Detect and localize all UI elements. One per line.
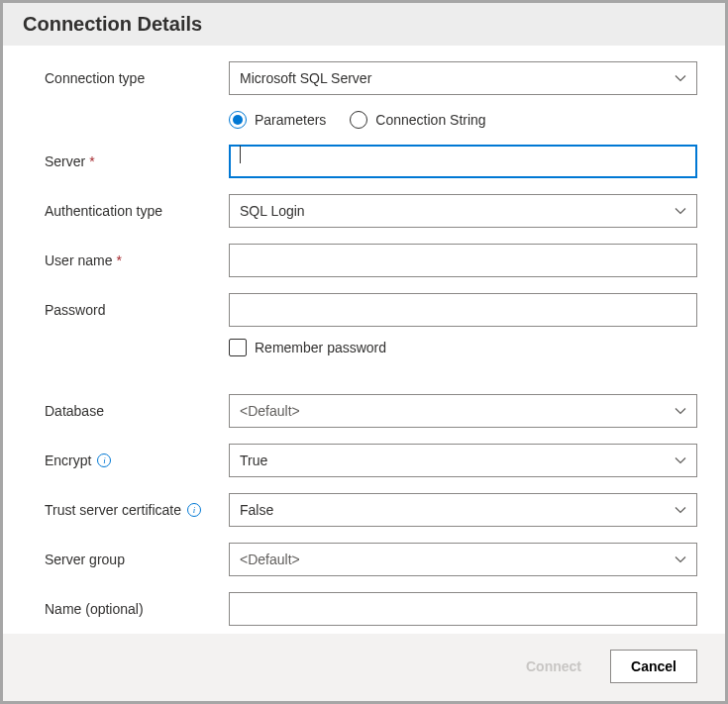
server-input[interactable] xyxy=(229,145,697,178)
password-input[interactable] xyxy=(229,293,697,327)
input-mode-radio-group: Parameters Connection String xyxy=(229,111,697,129)
encrypt-select[interactable]: True xyxy=(229,444,697,477)
trust-cert-value: False xyxy=(240,502,273,518)
radio-parameters[interactable]: Parameters xyxy=(229,111,326,129)
name-optional-input[interactable] xyxy=(229,592,697,626)
required-indicator: * xyxy=(116,252,121,268)
database-select[interactable]: <Default> xyxy=(229,394,697,428)
text-caret xyxy=(240,146,241,163)
radio-connection-string[interactable]: Connection String xyxy=(350,111,485,129)
name-optional-label: Name (optional) xyxy=(45,601,229,617)
connect-button[interactable]: Connect xyxy=(507,650,600,683)
encrypt-label: Encrypt i xyxy=(45,453,229,468)
required-indicator: * xyxy=(89,153,94,169)
auth-type-value: SQL Login xyxy=(240,203,305,219)
connection-type-label: Connection type xyxy=(45,70,229,86)
info-icon[interactable]: i xyxy=(97,453,111,467)
auth-type-select[interactable]: SQL Login xyxy=(229,194,697,228)
connection-type-value: Microsoft SQL Server xyxy=(240,70,371,86)
password-label: Password xyxy=(45,302,229,318)
server-label: Server * xyxy=(45,153,229,169)
form-area: Connection type Microsoft SQL Server Par… xyxy=(3,46,725,634)
radio-parameters-label: Parameters xyxy=(255,112,326,128)
cancel-button[interactable]: Cancel xyxy=(610,650,697,683)
radio-selected-icon xyxy=(229,111,247,129)
encrypt-value: True xyxy=(240,453,267,468)
dialog-footer: Connect Cancel xyxy=(3,634,725,701)
server-group-label: Server group xyxy=(45,552,229,567)
chevron-down-icon xyxy=(675,205,686,217)
chevron-down-icon xyxy=(675,454,686,466)
chevron-down-icon xyxy=(675,405,686,417)
dialog-title: Connection Details xyxy=(23,13,705,36)
chevron-down-icon xyxy=(675,72,686,84)
username-input[interactable] xyxy=(229,244,697,277)
chevron-down-icon xyxy=(675,553,686,565)
radio-connection-string-label: Connection String xyxy=(375,112,485,128)
radio-unselected-icon xyxy=(350,111,367,129)
remember-password-checkbox[interactable] xyxy=(229,339,247,356)
info-icon[interactable]: i xyxy=(187,503,201,517)
database-label: Database xyxy=(45,403,229,419)
connection-dialog: Connection Details Connection type Micro… xyxy=(0,0,728,704)
trust-cert-label: Trust server certificate i xyxy=(45,502,229,518)
server-group-select[interactable]: <Default> xyxy=(229,543,697,576)
connection-type-select[interactable]: Microsoft SQL Server xyxy=(229,61,697,95)
chevron-down-icon xyxy=(675,504,686,516)
database-value: <Default> xyxy=(240,403,300,419)
auth-type-label: Authentication type xyxy=(45,203,229,219)
trust-cert-select[interactable]: False xyxy=(229,493,697,527)
username-label: User name * xyxy=(45,252,229,268)
dialog-header: Connection Details xyxy=(3,3,725,46)
remember-password-label: Remember password xyxy=(255,340,386,355)
server-group-value: <Default> xyxy=(240,552,300,567)
